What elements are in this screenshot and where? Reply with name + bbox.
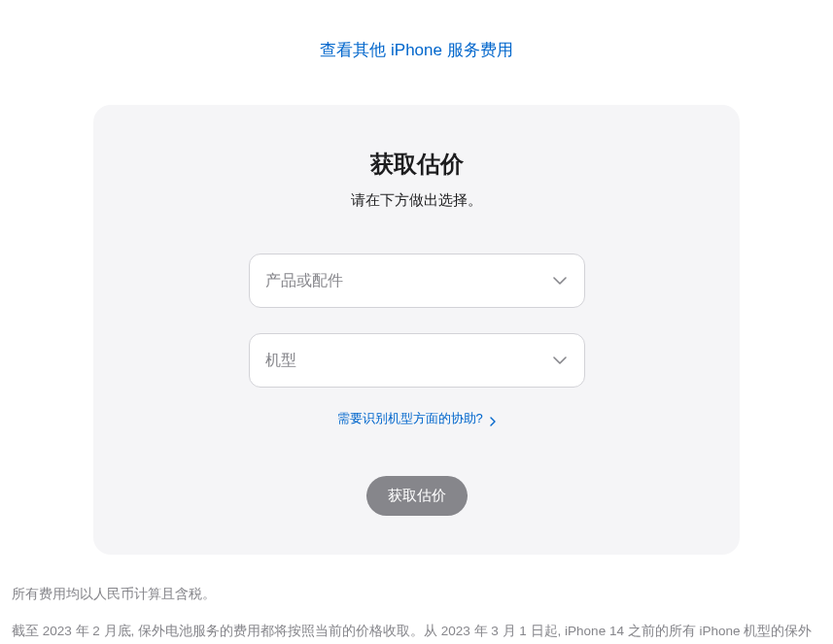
product-select[interactable]: 产品或配件 <box>249 254 585 308</box>
disclaimer-section: 所有费用均以人民币计算且含税。 截至 2023 年 2 月底, 保外电池服务的费… <box>0 555 833 644</box>
model-select-placeholder: 机型 <box>265 351 296 371</box>
chevron-right-icon <box>490 415 496 424</box>
disclaimer-line-2: 截至 2023 年 2 月底, 保外电池服务的费用都将按照当前的价格收取。从 2… <box>12 621 821 644</box>
help-link-label: 需要识别机型方面的协助? <box>337 411 483 425</box>
get-estimate-button[interactable]: 获取估价 <box>366 476 468 516</box>
card-subtitle: 请在下方做出选择。 <box>132 191 701 210</box>
identify-model-help-link[interactable]: 需要识别机型方面的协助? <box>337 411 497 425</box>
disclaimer-prefix: 截至 2023 年 2 月底, 保外电池服务的费用都将按照当前的价格收取。从 2… <box>12 624 812 644</box>
top-link-container: 查看其他 iPhone 服务费用 <box>0 0 833 81</box>
product-select-wrapper: 产品或配件 <box>249 254 585 308</box>
model-select[interactable]: 机型 <box>249 333 585 388</box>
model-select-wrapper: 机型 <box>249 333 585 388</box>
chevron-down-icon <box>553 356 567 364</box>
view-other-services-link[interactable]: 查看其他 iPhone 服务费用 <box>320 41 512 59</box>
card-title: 获取估价 <box>132 149 701 180</box>
help-link-container: 需要识别机型方面的协助? <box>132 409 701 427</box>
disclaimer-line-1: 所有费用均以人民币计算且含税。 <box>12 584 821 605</box>
product-select-placeholder: 产品或配件 <box>265 271 343 291</box>
chevron-down-icon <box>553 277 567 285</box>
estimate-card: 获取估价 请在下方做出选择。 产品或配件 机型 需要识别机型方面的协助? 获取估… <box>93 105 740 555</box>
